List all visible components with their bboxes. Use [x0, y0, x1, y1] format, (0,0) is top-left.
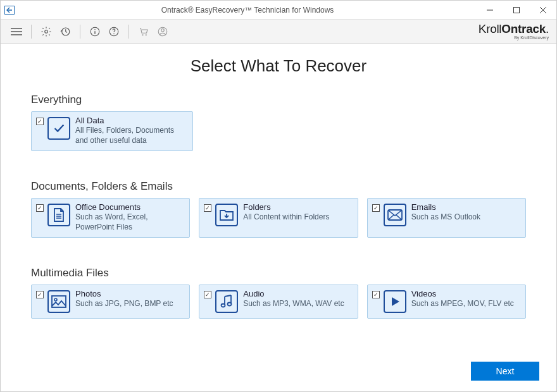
card-desc: All Content within Folders	[243, 212, 352, 223]
photo-icon	[47, 290, 70, 313]
svg-point-12	[94, 28, 96, 30]
section-heading: Multimedia Files	[31, 267, 526, 279]
checkbox[interactable]: ✓	[204, 204, 211, 212]
menu-button[interactable]	[8, 23, 25, 40]
next-button[interactable]: Next	[471, 362, 539, 381]
card-desc: Such as MS Outlook	[411, 212, 520, 223]
window-title: Ontrack® EasyRecovery™ Technician for Wi…	[18, 6, 477, 15]
window-controls	[477, 1, 556, 20]
email-icon	[384, 204, 406, 226]
document-icon	[47, 204, 70, 226]
svg-point-18	[161, 28, 165, 32]
svg-point-24	[54, 298, 57, 301]
card-desc: Such as MP3, WMA, WAV etc	[243, 299, 352, 309]
svg-point-14	[113, 33, 115, 34]
svg-point-26	[228, 303, 232, 306]
content: Select What To Recover Everything ✓ All …	[1, 44, 556, 319]
section-documents: Documents, Folders & Emails ✓ Office Doc…	[31, 180, 526, 238]
video-icon	[384, 290, 406, 313]
checkbox[interactable]: ✓	[36, 291, 44, 298]
separator	[80, 25, 80, 39]
card-title: All Data	[75, 116, 187, 125]
card-folders[interactable]: ✓ Folders All Content within Folders	[199, 198, 358, 238]
card-photos[interactable]: ✓ Photos Such as JPG, PNG, BMP etc	[31, 285, 190, 319]
card-title: Audio	[243, 289, 352, 298]
close-button[interactable]	[530, 1, 556, 20]
help-icon[interactable]	[106, 23, 122, 40]
svg-marker-27	[392, 297, 399, 306]
checkbox[interactable]: ✓	[372, 291, 380, 298]
svg-point-16	[146, 34, 147, 35]
svg-point-15	[142, 34, 143, 35]
card-audio[interactable]: ✓ Audio Such as MP3, WMA, WAV etc	[199, 285, 358, 319]
checkbox[interactable]: ✓	[372, 204, 380, 212]
card-desc: Such as JPG, PNG, BMP etc	[75, 299, 184, 309]
titlebar: Ontrack® EasyRecovery™ Technician for Wi…	[1, 1, 556, 20]
brand-part2: Ontrack	[501, 22, 546, 35]
card-desc: All Files, Folders, Documents and other …	[75, 126, 187, 145]
card-office-documents[interactable]: ✓ Office Documents Such as Word, Excel, …	[31, 198, 190, 238]
card-title: Folders	[243, 202, 352, 212]
maximize-button[interactable]	[503, 1, 530, 20]
brand-logo: KrollOntrack. By KrollDiscovery	[479, 23, 549, 40]
checkbox[interactable]: ✓	[204, 291, 211, 298]
folder-icon	[215, 204, 238, 226]
footer: Next	[471, 362, 539, 381]
brand-sub: By KrollDiscovery	[514, 35, 549, 40]
cart-icon[interactable]	[135, 23, 152, 40]
section-heading: Documents, Folders & Emails	[31, 180, 526, 193]
check-icon	[47, 117, 70, 140]
card-videos[interactable]: ✓ Videos Such as MPEG, MOV, FLV etc	[367, 285, 526, 319]
card-title: Office Documents	[75, 202, 184, 212]
brand-part1: Kroll	[479, 22, 502, 35]
card-desc: Such as Word, Excel, PowerPoint Files	[75, 212, 184, 232]
history-icon[interactable]	[57, 23, 73, 40]
toolbar: KrollOntrack. By KrollDiscovery	[1, 20, 556, 44]
card-title: Videos	[411, 289, 520, 298]
checkbox[interactable]: ✓	[36, 204, 44, 212]
info-icon[interactable]	[87, 23, 103, 40]
svg-point-25	[222, 304, 225, 307]
audio-icon	[215, 290, 238, 313]
separator	[31, 25, 32, 39]
settings-icon[interactable]	[38, 23, 54, 40]
checkbox[interactable]: ✓	[36, 118, 44, 125]
card-emails[interactable]: ✓ Emails Such as MS Outlook	[367, 198, 526, 238]
section-multimedia: Multimedia Files ✓ Photos Such as JPG, P…	[31, 267, 526, 319]
svg-rect-2	[514, 7, 520, 13]
section-heading: Everything	[31, 94, 526, 106]
section-everything: Everything ✓ All Data All Files, Folders…	[31, 94, 526, 151]
minimize-button[interactable]	[477, 1, 503, 20]
separator	[128, 25, 129, 39]
card-title: Photos	[75, 289, 184, 298]
card-desc: Such as MPEG, MOV, FLV etc	[411, 299, 520, 309]
user-icon[interactable]	[154, 23, 171, 40]
card-all-data[interactable]: ✓ All Data All Files, Folders, Documents…	[31, 111, 193, 151]
card-title: Emails	[411, 202, 520, 212]
page-title: Select What To Recover	[31, 56, 526, 76]
svg-point-8	[45, 30, 48, 33]
app-icon	[1, 6, 18, 15]
svg-rect-23	[52, 296, 66, 307]
